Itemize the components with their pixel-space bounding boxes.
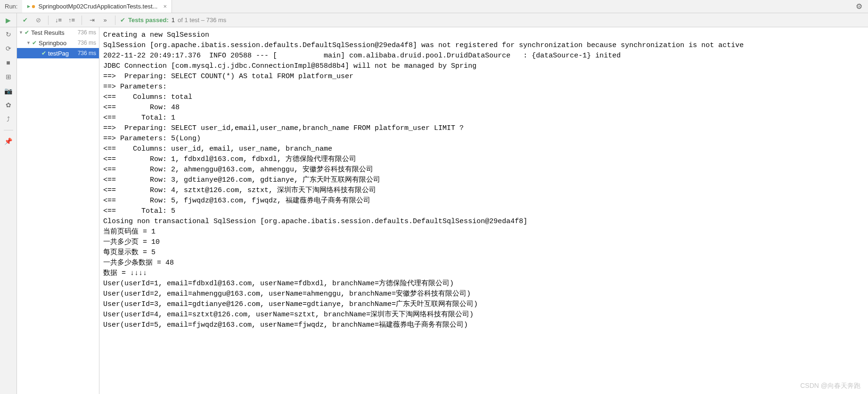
- run-label: Run:: [0, 3, 22, 10]
- close-icon[interactable]: ×: [160, 3, 167, 10]
- side-gutter: ↻ ⟳ ■ ⊞ 📷 ✿ ⤴ 📌: [0, 27, 17, 394]
- play-icon[interactable]: ▶: [6, 16, 11, 24]
- test-status: ✔ Tests passed: 1 of 1 test – 736 ms: [117, 16, 226, 24]
- watermark: CSDN @向春天奔跑: [800, 382, 860, 390]
- pin-icon[interactable]: 📌: [3, 136, 14, 146]
- tree-label: Springboo: [39, 40, 78, 47]
- console-output[interactable]: Creating a new SqlSession SqlSession [or…: [99, 27, 868, 394]
- check-icon: ✔: [25, 29, 29, 36]
- more-button[interactable]: »: [100, 15, 110, 25]
- sort-alpha-button[interactable]: ↓≡: [53, 15, 64, 25]
- svg-point-1: [32, 5, 35, 8]
- test-tree: ▼ ✔ Test Results 736 ms ▼ ✔ Springboo 73…: [17, 27, 99, 394]
- tab-icon-group: [27, 5, 35, 8]
- tree-label: Test Results: [31, 29, 78, 36]
- chevron-down-icon[interactable]: ▼: [26, 40, 32, 45]
- tree-time: 736 ms: [78, 50, 99, 56]
- exit-icon[interactable]: ⤴: [3, 114, 14, 124]
- status-check-icon: ✔: [120, 16, 125, 24]
- stop-icon[interactable]: ■: [3, 57, 14, 68]
- svg-marker-0: [27, 5, 30, 8]
- toolbar: ▶ ✔ ⊘ ↓≡ ↑≡ ⇥ » ✔ Tests passed: 1 of 1 t…: [0, 13, 868, 27]
- tree-time: 736 ms: [78, 40, 99, 46]
- run-tab[interactable]: SpringbootMp02CrudApplicationTests.test.…: [22, 0, 172, 13]
- rerun-failed-icon[interactable]: ⟳: [3, 43, 14, 54]
- camera-icon[interactable]: 📷: [3, 86, 14, 96]
- tab-test-icon: [32, 5, 35, 8]
- settings-icon[interactable]: ✿: [3, 100, 14, 110]
- tree-row-class[interactable]: ▼ ✔ Springboo 736 ms: [17, 38, 99, 48]
- expand-all-button[interactable]: ⇥: [87, 15, 97, 25]
- tree-time: 736 ms: [78, 29, 99, 36]
- sort-duration-button[interactable]: ↑≡: [66, 15, 77, 25]
- show-passed-button[interactable]: ✔: [20, 15, 30, 25]
- divider: [48, 16, 49, 25]
- divider: [82, 16, 82, 25]
- status-label: Tests passed:: [128, 16, 169, 24]
- tree-label: testPag: [48, 50, 78, 57]
- gear-icon[interactable]: ⚙: [850, 2, 868, 11]
- layout-icon[interactable]: ⊞: [3, 72, 14, 82]
- tree-row-test[interactable]: ✔ testPag 736 ms: [17, 48, 99, 58]
- status-of-text: of 1 test – 736 ms: [178, 16, 226, 24]
- divider: [4, 130, 13, 130]
- tab-title: SpringbootMp02CrudApplicationTests.test.…: [38, 3, 157, 10]
- tree-row-root[interactable]: ▼ ✔ Test Results 736 ms: [17, 27, 99, 38]
- run-gutter: ▶: [0, 13, 17, 27]
- check-icon: ✔: [41, 50, 46, 56]
- status-passed-count: 1: [172, 16, 175, 24]
- tab-play-icon: [27, 5, 31, 8]
- show-ignored-button[interactable]: ⊘: [33, 15, 43, 25]
- main-area: ↻ ⟳ ■ ⊞ 📷 ✿ ⤴ 📌 ▼ ✔ Test Results 736 ms …: [0, 27, 868, 394]
- chevron-down-icon[interactable]: ▼: [19, 30, 25, 35]
- rerun-icon[interactable]: ↻: [3, 29, 14, 40]
- divider: [115, 16, 115, 25]
- check-icon: ✔: [32, 40, 37, 46]
- top-bar: Run: SpringbootMp02CrudApplicationTests.…: [0, 0, 868, 13]
